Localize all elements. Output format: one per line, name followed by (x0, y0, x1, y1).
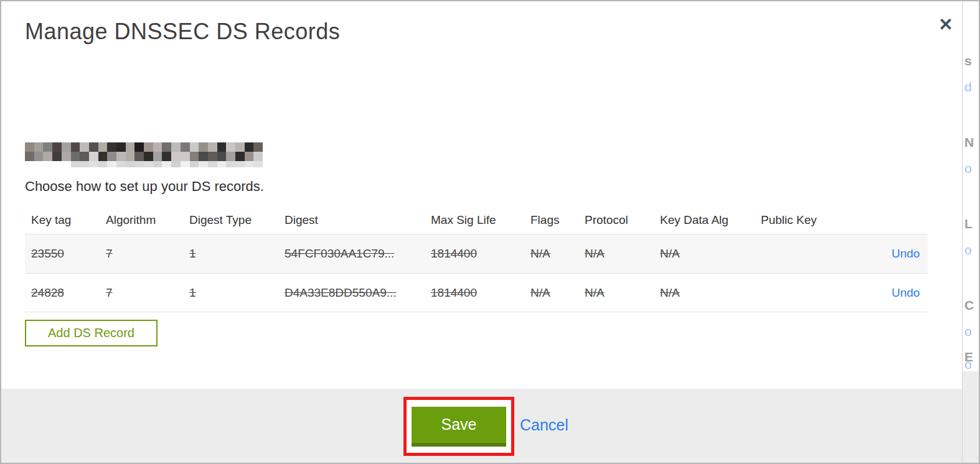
column-header-actions (885, 206, 928, 234)
add-ds-record-button[interactable]: Add DS Record (25, 320, 158, 346)
background-text-fragment: L (964, 216, 973, 231)
column-header-flags: Flags (524, 206, 578, 234)
redacted-domain-name (25, 142, 263, 167)
cell-key-tag: 24828 (25, 286, 100, 300)
cell-digest: 54FCF030AA1C79... (278, 247, 425, 261)
cell-digest-type: 1 (183, 286, 278, 300)
cell-key-tag: 23550 (25, 247, 100, 261)
cell-max-sig-life: 1814400 (425, 286, 524, 300)
cell-key-data-alg: N/A (654, 286, 755, 300)
column-header-digest-type: Digest Type (183, 206, 278, 234)
column-header-algorithm: Algorithm (100, 206, 183, 234)
background-text-fragment: o (964, 243, 972, 258)
close-icon[interactable]: ✕ (935, 14, 957, 36)
table-header-row: Key tag Algorithm Digest Type Digest Max… (25, 206, 928, 234)
cell-algorithm: 7 (100, 286, 183, 300)
cell-digest-type: 1 (183, 247, 278, 261)
background-text-fragment: d (964, 80, 972, 95)
background-text-fragment: o (964, 161, 972, 176)
table-row: 24828 7 1 D4A33E8DD550A9... 1814400 N/A … (25, 273, 928, 312)
ds-records-table: Key tag Algorithm Digest Type Digest Max… (25, 206, 928, 312)
cell-flags: N/A (524, 247, 578, 261)
manage-dnssec-modal: Manage DNSSEC DS Records ✕ Choose how to… (1, 1, 962, 463)
cell-digest: D4A33E8DD550A9... (278, 286, 425, 300)
cancel-link[interactable]: Cancel (520, 416, 568, 434)
background-text-fragment: N (964, 135, 974, 150)
cell-max-sig-life: 1814400 (425, 247, 524, 261)
undo-link[interactable]: Undo (892, 286, 920, 299)
screenshot-frame: sdNoLoCoEo Manage DNSSEC DS Records ✕ Ch… (0, 0, 980, 464)
cell-algorithm: 7 (100, 247, 183, 261)
background-footer-area (963, 371, 979, 463)
modal-subtitle: Choose how to set up your DS records. (25, 179, 264, 195)
modal-footer: Save Cancel (1, 389, 962, 463)
undo-link[interactable]: Undo (892, 247, 920, 260)
background-text-fragment: o (964, 357, 972, 372)
cell-key-data-alg: N/A (654, 247, 755, 261)
column-header-key-data-alg: Key Data Alg (654, 206, 755, 234)
table-row: 23550 7 1 54FCF030AA1C79... 1814400 N/A … (25, 234, 928, 273)
cell-flags: N/A (524, 286, 578, 300)
column-header-max-sig-life: Max Sig Life (425, 206, 524, 234)
cell-protocol: N/A (578, 247, 654, 261)
background-page-strip: sdNoLoCoEo (962, 1, 979, 463)
modal-title: Manage DNSSEC DS Records (25, 19, 340, 45)
column-header-digest: Digest (278, 206, 425, 234)
column-header-key-tag: Key tag (25, 206, 100, 234)
cell-protocol: N/A (578, 286, 654, 300)
red-highlight-annotation: Save (403, 397, 514, 456)
column-header-protocol: Protocol (578, 206, 654, 234)
background-text-fragment: C (964, 298, 974, 313)
column-header-public-key: Public Key (755, 206, 885, 234)
save-button[interactable]: Save (412, 407, 506, 447)
background-text-fragment: s (964, 53, 972, 68)
background-text-fragment: o (964, 324, 972, 339)
